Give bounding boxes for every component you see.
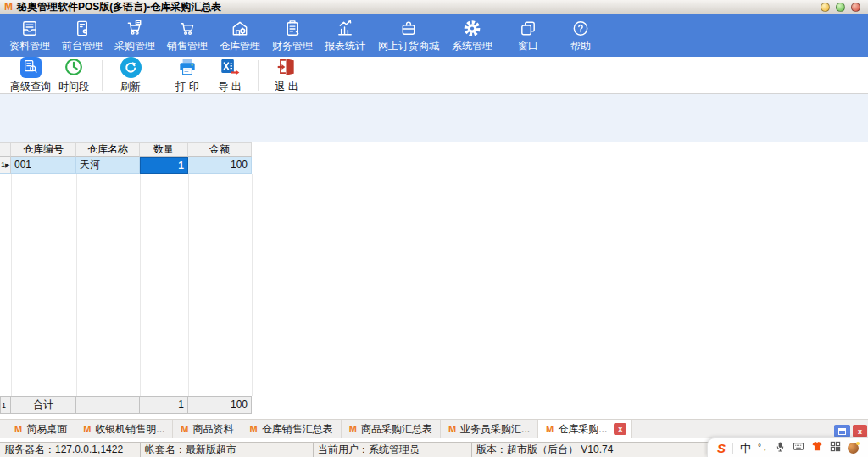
col-quantity[interactable]: 数量: [140, 142, 188, 157]
tab-label: 收银机销售明...: [95, 422, 164, 437]
tab-simple-desktop[interactable]: M 简易桌面: [7, 420, 75, 438]
toolbar-separator: [102, 60, 103, 91]
ime-emoji-icon[interactable]: [848, 443, 859, 454]
main-toolbar: 资料管理 前台管理 采购管理 销售管理: [0, 14, 868, 57]
total-amount: 100: [188, 396, 252, 414]
archive-icon: [19, 19, 40, 38]
toolbar-separator: [258, 60, 259, 91]
window-list-icon: [838, 428, 846, 435]
tab-label: 简易桌面: [26, 422, 67, 437]
refresh-button[interactable]: 刷新: [109, 56, 152, 94]
tab-app-icon: M: [250, 424, 258, 434]
menu-window[interactable]: 窗口: [507, 19, 549, 51]
toolbar-separator: [159, 60, 159, 91]
toolbox-grid-icon[interactable]: [830, 441, 841, 454]
exit-button[interactable]: 退 出: [265, 56, 308, 94]
tab-label: 仓库销售汇总表: [262, 422, 333, 437]
grid-column-line: [76, 174, 77, 396]
toolbar-item-label: 仓库管理: [220, 41, 260, 51]
menu-front-desk[interactable]: 前台管理: [58, 19, 107, 51]
toolbar-item-label: 窗口: [518, 41, 538, 51]
cell-warehouse-name[interactable]: 天河: [76, 157, 140, 174]
total-row-indicator: 1: [0, 396, 11, 414]
menu-online-mall[interactable]: 网上订货商城: [373, 19, 444, 51]
tab-app-icon: M: [349, 424, 357, 434]
online-mall-icon: [398, 19, 419, 38]
menu-reports[interactable]: 报表统计: [320, 19, 370, 51]
title-bar: M 秘奥管理软件POS版(多语言)-仓库采购汇总表: [0, 0, 868, 14]
export-button[interactable]: 导 出: [209, 56, 251, 94]
toolbar-item-label: 系统管理: [452, 41, 492, 51]
cell-warehouse-code[interactable]: 001: [11, 157, 76, 174]
warehouse-icon: [230, 19, 250, 38]
maximize-button[interactable]: [836, 3, 845, 12]
menu-data-management[interactable]: 资料管理: [5, 19, 54, 51]
close-all-tabs-button[interactable]: x: [853, 425, 867, 437]
menu-finance[interactable]: 财务管理: [268, 19, 317, 51]
col-warehouse-code[interactable]: 仓库编号: [11, 142, 76, 157]
cell-quantity-selected[interactable]: 1: [140, 157, 188, 174]
open-windows-tab-bar: M 简易桌面 M 收银机销售明... M 商品资料 M 仓库销售汇总表 M 商品…: [0, 419, 868, 438]
close-button[interactable]: [851, 3, 860, 12]
table-header-row: 仓库编号 仓库名称 数量 金额: [0, 142, 868, 157]
filter-panel: 开始日期 2026-02-01 ▼ 结束日期 2026-02-28 ▼ 供应商 …: [0, 94, 868, 142]
app-logo-icon: M: [4, 2, 13, 13]
toolbar-item-label: 财务管理: [272, 41, 313, 51]
grid-column-line: [252, 174, 253, 396]
tab-product-purchase-summary[interactable]: M 商品采购汇总表: [342, 420, 441, 438]
row-marker-icon: ▶: [5, 157, 9, 173]
menu-purchase[interactable]: 采购管理: [110, 19, 159, 51]
tab-warehouse-purchase-summary-active[interactable]: M 仓库采购... x: [538, 420, 632, 438]
ime-punctuation-toggle[interactable]: °，: [758, 442, 768, 454]
toolbar-item-label: 资料管理: [9, 41, 50, 51]
action-label: 退 出: [275, 80, 298, 94]
tab-label: 商品资料: [193, 422, 234, 437]
tab-label: 仓库采购...: [558, 422, 607, 437]
action-label: 时间段: [58, 80, 89, 94]
windows-icon: [518, 19, 538, 38]
table-total-row: 1 合计 1 100: [0, 396, 252, 414]
cell-amount[interactable]: 100: [188, 157, 252, 174]
time-range-button[interactable]: 时间段: [53, 56, 95, 94]
skin-shirt-icon[interactable]: [811, 441, 823, 454]
ime-language-mode[interactable]: 中: [740, 443, 751, 454]
keyboard-icon[interactable]: [793, 441, 804, 454]
minimize-button[interactable]: [821, 3, 830, 12]
menu-system[interactable]: 系统管理: [448, 19, 497, 51]
gear-icon: [462, 19, 482, 38]
finance-invoice-icon: [282, 19, 303, 38]
refresh-icon: [120, 56, 142, 78]
total-quantity: 1: [140, 396, 188, 414]
action-label: 高级查询: [10, 80, 51, 94]
tab-label: 商品采购汇总表: [361, 422, 432, 437]
print-button[interactable]: 打 印: [166, 56, 209, 94]
export-excel-icon: [219, 56, 241, 78]
pos-terminal-icon: [72, 19, 92, 38]
tab-list-button[interactable]: [834, 425, 850, 437]
table-row[interactable]: 1▶ 001 天河 1 100: [0, 157, 868, 174]
status-account: 帐套名：最新版超市: [141, 443, 314, 457]
menu-sales[interactable]: 销售管理: [163, 19, 212, 51]
menu-warehouse[interactable]: 仓库管理: [215, 19, 264, 51]
microphone-icon[interactable]: [775, 441, 786, 455]
report-chart-icon: [335, 19, 355, 38]
grid-column-line: [11, 174, 12, 396]
col-amount[interactable]: 金额: [188, 142, 252, 157]
tab-warehouse-sales-summary[interactable]: M 仓库销售汇总表: [242, 420, 342, 438]
tab-close-icon[interactable]: x: [614, 423, 626, 435]
col-warehouse-name[interactable]: 仓库名称: [76, 142, 140, 157]
tab-label: 业务员采购汇...: [460, 422, 530, 437]
advanced-query-button[interactable]: 高级查询: [8, 56, 53, 94]
tab-cashier-sales-detail[interactable]: M 收银机销售明...: [75, 420, 173, 438]
ime-logo[interactable]: S: [717, 442, 726, 454]
ime-toolbar: S 中 °，: [707, 437, 868, 457]
print-icon: [176, 56, 198, 78]
total-label: 合计: [11, 396, 76, 414]
grid-column-line: [140, 174, 141, 396]
menu-help[interactable]: 帮助: [559, 19, 602, 51]
tab-app-icon: M: [181, 424, 188, 434]
tab-salesman-purchase-summary[interactable]: M 业务员采购汇...: [441, 420, 538, 438]
status-server: 服务器名：127.0.0.1,1422: [0, 443, 141, 457]
tab-product-data[interactable]: M 商品资料: [173, 420, 242, 438]
window-title: 秘奥管理软件POS版(多语言)-仓库采购汇总表: [17, 0, 221, 14]
